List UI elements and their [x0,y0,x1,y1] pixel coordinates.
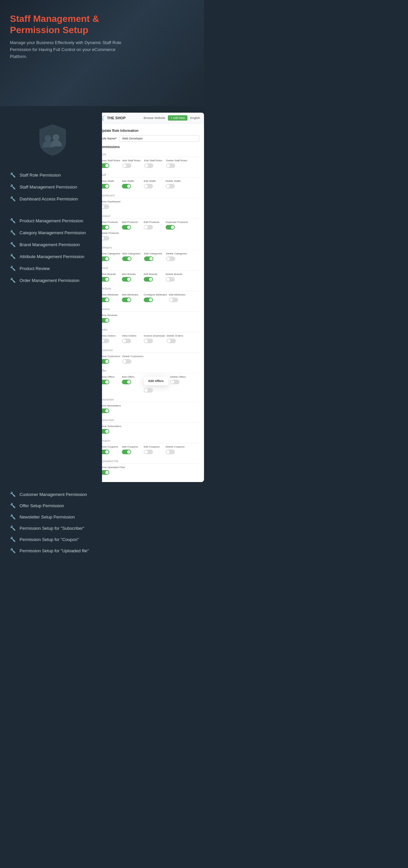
perm-item-label: Delete Categories [166,252,187,255]
perm-toggle[interactable] [122,339,131,343]
perm-toggle[interactable] [122,450,131,454]
perm-toggle[interactable] [102,450,109,454]
perm-item: Show Products [102,221,120,229]
perm-item-label: Add Offers [122,375,142,378]
perm-toggle[interactable] [122,163,131,168]
hero-title-line2: Permission Setup [10,25,194,36]
perm-item-label: Delete Brands [165,273,185,276]
perm-toggle[interactable] [102,163,109,168]
perm-item-label: Show Staff Roles [102,159,120,162]
feature-label: Permission Setup for "Uploaded file" [20,548,89,553]
feature-label: Staff Role Permission [20,173,61,178]
section-coupon-label: Coupon [102,438,199,443]
ui-header: 🛒 THE SHOP Browse Website + Add New Engl… [102,113,204,124]
perm-item: Show Coupons [102,445,120,454]
feature-label: Attribute Management Permission [20,254,85,259]
shield-area [10,116,95,162]
perm-section-dashboard: Dashboard Show Dashboard [102,192,199,211]
perm-toggle[interactable] [144,225,153,229]
perm-toggle[interactable] [102,429,109,434]
hero-description: Manage your Business Effectively with Dy… [10,39,123,60]
perm-toggle[interactable] [102,184,109,188]
perm-item: Show Categories [102,252,120,261]
perm-toggle[interactable] [165,184,175,188]
section-dashboard-label: Dashboard [102,192,199,198]
perm-toggle[interactable] [144,450,153,454]
feature-item: 🔧 Attribute Management Permission [10,250,95,262]
perm-item: Show Reviews [102,314,120,323]
feature-item: 🔧 Newsletter Setup Permission [10,511,194,523]
perm-toggle[interactable] [144,256,153,261]
perm-row-subscriber: Show Subscribers [102,425,199,436]
perm-item: Add Staffs [122,180,142,188]
perm-toggle[interactable] [122,380,131,384]
feature-label: Dashboard Access Permission [20,196,78,202]
perm-toggle[interactable] [102,277,109,282]
perm-item-label: Add Attributes [122,293,142,296]
perm-item-label: Show Customers [102,355,120,358]
perm-toggle[interactable] [102,318,109,323]
perm-toggle[interactable] [165,225,175,229]
perm-toggle[interactable] [102,205,109,209]
perm-toggle[interactable] [165,277,175,282]
perm-item-label: Show Dashboard [102,200,120,203]
perm-toggle[interactable] [170,380,180,384]
perm-toggle[interactable] [166,256,175,261]
perm-item-label: Edit Categories [144,252,164,255]
top-feature-list: 🔧 Staff Role Permission 🔧 Staff Manageme… [10,169,95,205]
perm-toggle[interactable] [165,450,175,454]
perm-item-label: Edit Products [144,221,164,224]
perm-item: Edit Coupons [144,445,164,454]
perm-toggle[interactable] [166,339,176,343]
add-new-btn[interactable]: + Add New [168,115,188,121]
feature-item: 🔧 Brand Management Permission [10,239,95,250]
perm-toggle[interactable] [122,298,131,302]
role-name-input[interactable]: Web Developer [119,135,199,142]
perm-toggle[interactable] [102,359,109,364]
perm-item: Edit Staff Roles [144,159,164,168]
perm-row-dashboard: Show Dashboard [102,200,199,211]
perm-toggle[interactable] [122,256,131,261]
lang-btn[interactable]: English [190,116,200,120]
perm-toggle[interactable] [144,298,153,302]
perm-section-category: Category Show Categories Add Categories … [102,245,199,263]
perm-section-staff: Staff Show Staffs Add Staffs Edit Staffs [102,172,199,190]
perm-item-label: Configure Attributes [144,293,167,296]
perm-item: Edit Offers [144,375,168,393]
perm-toggle[interactable] [144,163,153,168]
perm-item-label: Delete Products [102,231,120,235]
browse-btn[interactable]: Browse Website [144,116,165,120]
wrench-icon: 🔧 [10,278,15,283]
perm-toggle[interactable] [122,225,131,229]
wrench-icon: 🔧 [10,218,15,223]
perm-item: Add Staff Roles [122,159,142,168]
perm-toggle[interactable] [102,408,109,413]
perm-toggle[interactable] [102,256,109,261]
perm-toggle[interactable] [169,298,178,302]
perm-item: Delete Products [102,231,120,241]
perm-row-product: Show Products Add Products Edit Products [102,221,199,243]
feature-item: 🔧 Product Management Permission [10,215,95,227]
perm-toggle[interactable] [122,359,131,364]
perm-toggle[interactable] [144,277,153,282]
section-customer-label: Customer [102,347,199,353]
feature-item: 🔧 Order Management Permission [10,274,95,286]
perm-toggle[interactable] [144,339,153,343]
perm-toggle[interactable] [144,388,153,393]
perm-toggle[interactable] [102,298,109,302]
perm-toggle[interactable] [166,163,175,168]
perm-item-label: Show Reviews [102,314,120,317]
perm-toggle[interactable] [102,380,109,384]
perm-toggle[interactable] [102,470,109,475]
perm-toggle[interactable] [122,277,131,282]
perm-toggle[interactable] [102,225,109,229]
perm-toggle[interactable] [144,184,153,188]
perm-item: Send Newsletters [102,404,121,413]
perm-item: Add Offers [122,375,142,393]
perm-section-order: Order Show Orders View Orders Invoice Do… [102,327,199,345]
perm-toggle[interactable] [122,184,131,188]
perm-toggle[interactable] [102,339,109,343]
perm-row-staff: Show Staffs Add Staffs Edit Staffs [102,180,199,190]
perm-toggle[interactable] [102,236,109,241]
perm-row-review: Show Reviews [102,314,199,325]
